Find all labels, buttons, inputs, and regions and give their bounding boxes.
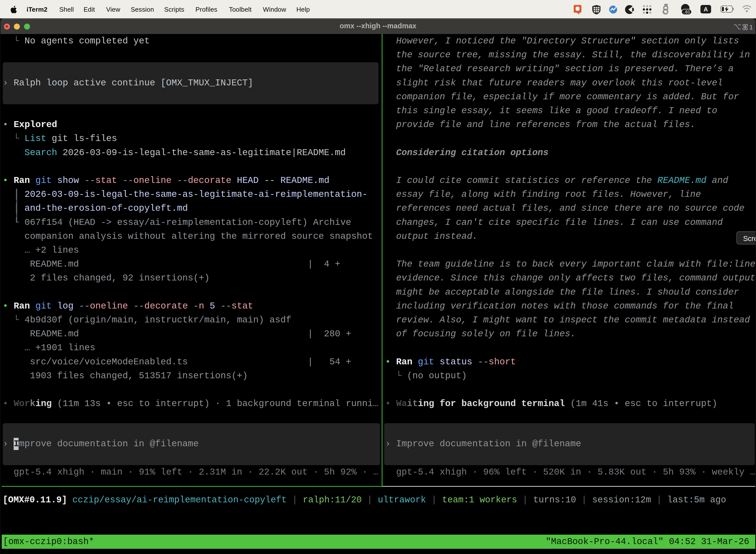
svg-text:..61: ..61 [683, 10, 690, 14]
svg-text:A: A [704, 6, 708, 13]
svg-text:1: 1 [749, 23, 753, 31]
